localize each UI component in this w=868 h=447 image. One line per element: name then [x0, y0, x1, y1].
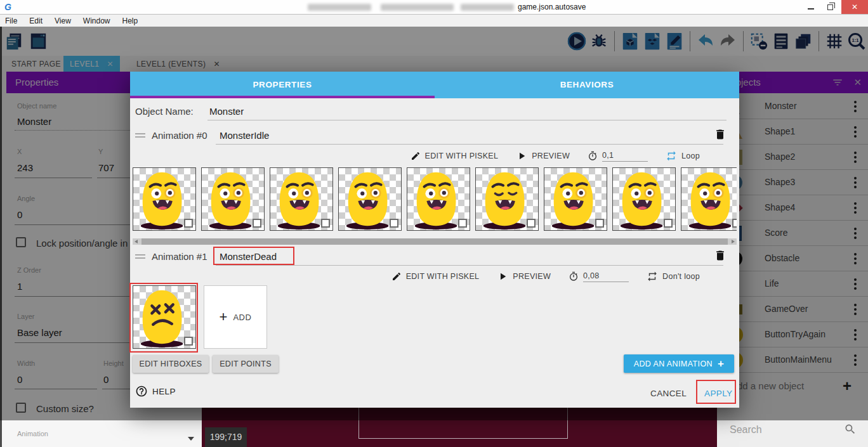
preview-button[interactable]: PREVIEW: [497, 271, 551, 282]
time-between-frames-field[interactable]: 0,1: [588, 151, 648, 162]
animation0-name-field[interactable]: MonsterIdle: [220, 130, 269, 141]
window-title: game.json.autosave: [518, 3, 586, 11]
dialog-tab-properties[interactable]: PROPERTIES: [130, 72, 435, 98]
animation-label: Animation: [17, 430, 48, 437]
frame-checkbox[interactable]: [595, 219, 604, 228]
edit-with-piskel-button[interactable]: EDIT WITH PISKEL: [411, 151, 499, 161]
animation-frame[interactable]: [407, 167, 470, 231]
scroll-right-icon[interactable]: [732, 240, 735, 243]
frame-checkbox[interactable]: [184, 219, 193, 228]
window-titlebar: G game.json.autosave ✕: [0, 0, 868, 15]
menu-bar: File Edit View Window Help: [0, 15, 868, 27]
redacted-title-segment: [461, 4, 514, 11]
scrollbar-thumb[interactable]: [141, 238, 728, 245]
gdevelop-logo-icon: G: [4, 2, 15, 12]
active-tab-indicator: [130, 96, 435, 98]
dialog-tab-behaviors[interactable]: BEHAVIORS: [435, 72, 739, 98]
frames-scrollbar[interactable]: [133, 238, 737, 245]
animation-frame[interactable]: [544, 167, 607, 231]
time-between-frames-field[interactable]: 0,08: [569, 271, 629, 282]
animation-frame[interactable]: [612, 167, 676, 231]
object-name-label: Object Name:: [135, 106, 194, 117]
object-name-field[interactable]: Monster: [209, 106, 244, 117]
frame-checkbox[interactable]: [458, 219, 467, 228]
animation0-frames: [133, 167, 737, 232]
drag-handle-icon[interactable]: [135, 133, 145, 139]
delete-animation0-icon[interactable]: [714, 127, 727, 144]
menu-help[interactable]: Help: [122, 16, 138, 25]
redacted-title-segment: [381, 4, 454, 11]
search-icon: [844, 423, 857, 438]
animation1-label: Animation #1: [152, 251, 207, 262]
loop-toggle[interactable]: Don't loop: [647, 271, 700, 282]
animation0-label: Animation #0: [152, 130, 207, 141]
dialog-tabs: PROPERTIES BEHAVIORS: [130, 72, 739, 98]
animation-frame[interactable]: [338, 167, 402, 231]
delete-animation1-icon[interactable]: [714, 249, 727, 265]
animation-frame[interactable]: [681, 167, 737, 231]
annotation-box-apply: [696, 380, 736, 404]
annotation-box-monsterdead: [213, 247, 294, 265]
edit-hitboxes-button[interactable]: EDIT HITBOXES: [133, 355, 209, 373]
help-button[interactable]: HELP: [135, 385, 176, 398]
frame-checkbox[interactable]: [527, 219, 536, 228]
animation-dropdown-arrow[interactable]: [188, 437, 194, 441]
animation-frame[interactable]: [201, 167, 265, 231]
animation-frame[interactable]: [270, 167, 333, 231]
animation-frame[interactable]: [475, 167, 539, 231]
frame-checkbox[interactable]: [321, 219, 330, 228]
frame-checkbox[interactable]: [664, 219, 673, 228]
object-editor-dialog: PROPERTIES BEHAVIORS Object Name: Monste…: [130, 72, 739, 408]
cancel-button[interactable]: CANCEL: [650, 389, 687, 398]
scroll-left-icon[interactable]: [135, 240, 138, 243]
loop-toggle[interactable]: Loop: [666, 150, 700, 162]
add-frame-button[interactable]: +ADD: [204, 285, 267, 349]
minimize-button[interactable]: [801, 0, 820, 14]
help-icon: [135, 385, 148, 398]
annotation-box-dead-frame: [129, 283, 198, 353]
frame-checkbox[interactable]: [253, 219, 261, 228]
frame-checkbox[interactable]: [732, 219, 737, 228]
frame-checkbox[interactable]: [390, 219, 398, 228]
cursor-coordinates: 199;719: [205, 427, 247, 447]
drag-handle-icon[interactable]: [135, 254, 145, 261]
menu-file[interactable]: File: [5, 16, 17, 25]
menu-view[interactable]: View: [55, 16, 71, 25]
preview-button[interactable]: PREVIEW: [516, 150, 570, 162]
animation0-controls: EDIT WITH PISKEL PREVIEW 0,1 Loop: [400, 148, 700, 164]
menu-edit[interactable]: Edit: [29, 16, 43, 25]
add-animation-button[interactable]: ADD AN ANIMATION+: [624, 354, 734, 373]
animation-frame[interactable]: [133, 167, 196, 231]
animation1-controls: EDIT WITH PISKEL PREVIEW 0,08 Don't loop: [381, 269, 700, 284]
restore-button[interactable]: [820, 0, 839, 14]
edit-points-button[interactable]: EDIT POINTS: [213, 355, 279, 373]
edit-with-piskel-button[interactable]: EDIT WITH PISKEL: [391, 271, 480, 282]
search-input[interactable]: Search: [730, 424, 762, 436]
redacted-title-segment: [308, 4, 371, 11]
menu-window[interactable]: Window: [83, 16, 110, 25]
close-button[interactable]: ✕: [841, 0, 868, 14]
